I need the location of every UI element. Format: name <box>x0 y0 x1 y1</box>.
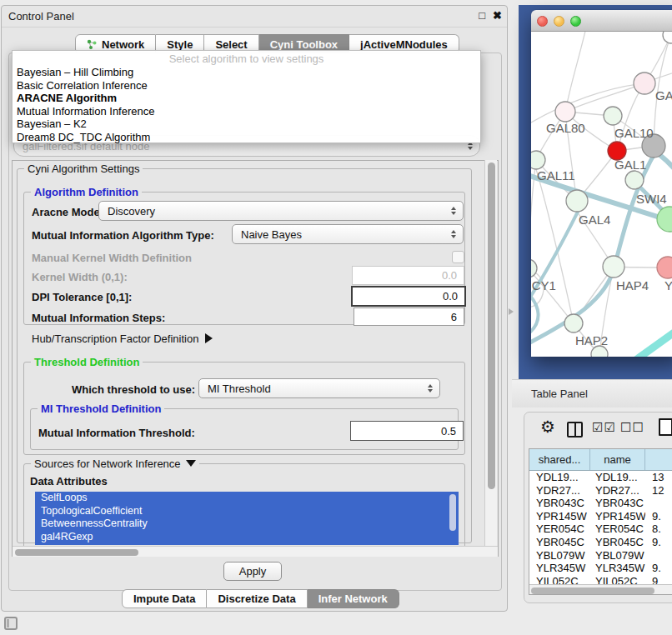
cell[interactable]: 12 <box>645 484 672 498</box>
table-row[interactable]: YER054CYER054C8. <box>529 522 672 536</box>
manual-kernel-width-checkbox[interactable] <box>452 251 464 263</box>
cell[interactable]: YPR145W <box>590 510 645 523</box>
cell[interactable]: 9. <box>645 562 672 575</box>
menu-item-bayesian-k2[interactable]: Bayesian – K2 <box>13 118 480 131</box>
docked-panel-icon[interactable] <box>4 617 18 630</box>
settings-vertical-scrollbar[interactable] <box>484 160 497 546</box>
table-row[interactable]: YBL079WYBL079W <box>529 549 672 562</box>
cell[interactable]: YIL052C <box>590 575 645 584</box>
network-graph: GAL GAL80 GAL10 GAL1 GAL11 SWI4 GAL4 GCY… <box>531 32 672 357</box>
cell[interactable]: YER054C <box>529 522 590 536</box>
cell[interactable]: 9 <box>645 575 672 584</box>
node-swi4[interactable] <box>625 171 644 189</box>
cell[interactable]: YER054C <box>590 522 645 536</box>
which-threshold-combobox[interactable]: MI Threshold <box>198 378 440 398</box>
kernel-width-field[interactable]: 0.0 <box>352 266 464 285</box>
cell[interactable]: 9. <box>645 510 672 523</box>
float-window-icon[interactable]: □ <box>479 9 485 22</box>
cell[interactable]: 8. <box>645 522 672 536</box>
data-attributes-list[interactable]: SelfLoops TopologicalCoefficient Between… <box>35 492 459 545</box>
cell[interactable]: YBR043C <box>529 497 590 510</box>
list-item-betweennesscentrality[interactable]: BetweennessCentrality <box>35 518 459 531</box>
list-item-topologicalcoefficient[interactable]: TopologicalCoefficient <box>35 505 459 518</box>
table-row[interactable]: YLR345WYLR345W9. <box>529 562 672 575</box>
cell[interactable]: 13 <box>645 471 672 484</box>
node-salmon[interactable] <box>657 257 672 278</box>
node-gal-pink[interactable] <box>634 72 655 94</box>
column-header-clipped[interactable] <box>645 449 672 470</box>
document-icon[interactable] <box>659 418 672 436</box>
apply-button[interactable]: Apply <box>223 562 282 581</box>
cell[interactable] <box>645 549 672 562</box>
tab-discretize-data[interactable]: Discretize Data <box>207 589 307 608</box>
cell[interactable]: YPR145W <box>529 510 590 523</box>
dpi-tolerance-field[interactable]: 0.0 <box>351 286 466 307</box>
table-row[interactable]: YIL052CYIL052C9 <box>529 575 672 584</box>
settings-horizontal-scrollbar[interactable] <box>13 546 498 557</box>
cell[interactable]: YDR27... <box>529 484 590 498</box>
cell[interactable]: YBR043C <box>590 497 645 510</box>
cell[interactable] <box>645 497 672 510</box>
table-row[interactable]: YBR043CYBR043C <box>529 497 672 510</box>
node-hap2[interactable] <box>564 314 583 332</box>
network-view-window[interactable]: GAL GAL80 GAL10 GAL1 GAL11 SWI4 GAL4 GCY… <box>531 10 672 357</box>
scrollbar-thumb[interactable] <box>488 162 495 489</box>
table-row[interactable]: YDL19...YDL19...13 <box>529 471 672 484</box>
cell[interactable]: YDL19... <box>590 471 645 484</box>
scrollbar-thumb[interactable] <box>15 549 138 556</box>
cell[interactable]: YBR045C <box>529 536 590 549</box>
sources-group-title[interactable]: Sources for Network Inference <box>31 458 199 470</box>
table-horizontal-scrollbar[interactable] <box>529 584 672 595</box>
scrollbar-thumb[interactable] <box>531 588 654 594</box>
aracne-mode-combobox[interactable]: Discovery <box>98 201 464 221</box>
node-gcy1[interactable] <box>531 259 537 278</box>
node-gal80[interactable] <box>555 102 575 122</box>
gear-icon[interactable]: ⚙ <box>540 417 555 437</box>
menu-item-aracne[interactable]: ARACNE Algorithm <box>13 92 480 105</box>
cell[interactable]: YBL079W <box>590 549 645 562</box>
cell[interactable]: YBR045C <box>590 536 645 549</box>
close-icon[interactable]: ✖ <box>493 9 502 22</box>
cell[interactable]: YBL079W <box>529 549 590 562</box>
cell[interactable]: YLR345W <box>529 562 590 575</box>
deselect-all-icon[interactable]: ☐☐ <box>620 420 644 435</box>
tab-cyni-toolbox-label: Cyni Toolbox <box>270 38 338 51</box>
table-row[interactable]: YBR045CYBR045C9. <box>529 536 672 549</box>
menu-item-bayesian-hill-climbing[interactable]: Bayesian – Hill Climbing <box>13 66 480 79</box>
zoom-traffic-icon[interactable] <box>570 16 581 27</box>
node-partial-top[interactable] <box>663 32 672 43</box>
menu-item-basic-correlation[interactable]: Basic Correlation Inference <box>13 79 480 92</box>
list-item-selfloops[interactable]: SelfLoops <box>35 492 459 505</box>
cell[interactable]: YDR27... <box>590 484 645 498</box>
node-gal10[interactable] <box>604 107 622 125</box>
mi-steps-field[interactable]: 6 <box>354 308 464 326</box>
cell[interactable]: YDL19... <box>529 471 590 484</box>
minimize-traffic-icon[interactable] <box>554 16 564 27</box>
network-window-titlebar[interactable] <box>531 10 672 32</box>
tab-impute-data[interactable]: Impute Data <box>122 589 207 608</box>
cell[interactable]: YIL052C <box>529 575 590 584</box>
node-bright-green[interactable] <box>657 207 672 232</box>
node-gal4[interactable] <box>566 190 588 212</box>
table-row[interactable]: YDR27...YDR27...12 <box>529 484 672 498</box>
select-all-icon[interactable]: ☑☑ <box>592 420 616 435</box>
hub-definition-toggle[interactable]: Hub/Transcription Factor Definition <box>32 332 213 345</box>
list-item-gal4rgexp[interactable]: gal4RGexp <box>35 531 459 544</box>
table-row[interactable]: YPR145WYPR145W9. <box>529 510 672 523</box>
tab-infer-network[interactable]: Infer Network <box>308 589 399 608</box>
network-canvas[interactable]: GAL GAL80 GAL10 GAL1 GAL11 SWI4 GAL4 GCY… <box>531 32 672 357</box>
cell[interactable]: 9. <box>645 536 672 549</box>
mi-algorithm-type-combobox[interactable]: Naive Bayes <box>232 224 464 244</box>
menu-item-mutual-information[interactable]: Mutual Information Inference <box>13 105 480 118</box>
splitter-collapse-icon[interactable] <box>509 308 514 315</box>
menu-item-dream8[interactable]: Dream8 DC_TDC Algorithm <box>13 131 480 144</box>
mi-threshold-field[interactable]: 0.5 <box>350 421 464 441</box>
close-traffic-icon[interactable] <box>537 16 548 27</box>
column-header-shared-name[interactable]: shared... <box>529 449 590 470</box>
list-scrollbar[interactable] <box>449 494 456 531</box>
column-header-name[interactable]: name <box>590 449 645 470</box>
node-gal11[interactable] <box>531 151 545 169</box>
columns-icon[interactable] <box>567 422 583 438</box>
node-hap4[interactable] <box>603 256 624 278</box>
cell[interactable]: YLR345W <box>590 562 645 575</box>
